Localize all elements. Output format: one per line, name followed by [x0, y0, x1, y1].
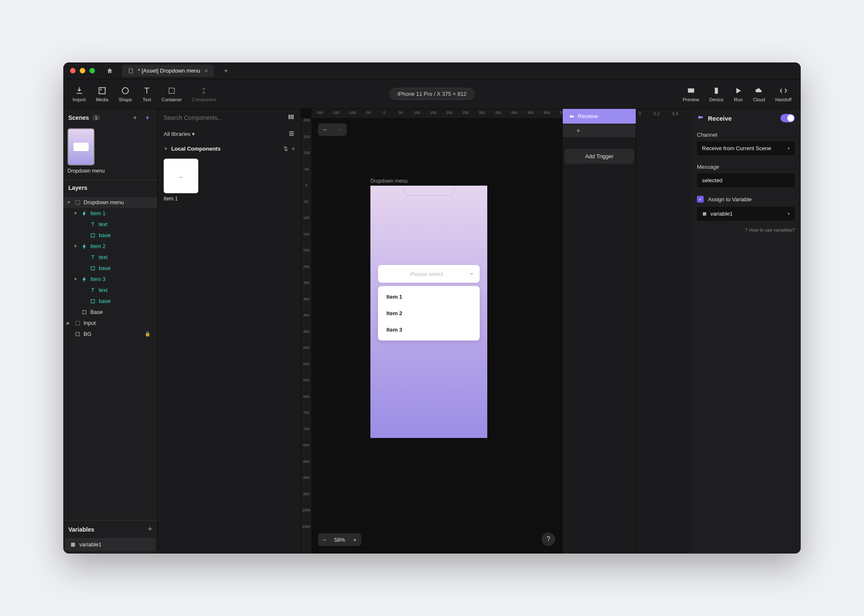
titlebar: * [Asset] Dropdown menu × + — [63, 62, 801, 79]
close-window-button[interactable] — [70, 68, 76, 73]
component-tool[interactable]: Component — [187, 84, 221, 104]
zoom-in-button[interactable]: + — [348, 533, 361, 546]
dropdown-list: Item 1 Item 2 Item 3 — [378, 286, 480, 340]
layer-bg[interactable]: BG🔒 — [63, 329, 157, 340]
variable-dropdown[interactable]: variable1 — [697, 207, 795, 221]
variable-row[interactable]: variable1 — [65, 538, 156, 551]
layer-item-1-text[interactable]: text — [63, 219, 157, 230]
artboard[interactable]: Please select... Item 1 Item 2 Item 3 — [370, 186, 487, 438]
svg-rect-5 — [688, 88, 694, 92]
device-notch — [404, 187, 454, 196]
message-input[interactable] — [697, 173, 795, 187]
layer-item-3[interactable]: ▼Item 3 — [63, 274, 157, 285]
handoff-button[interactable]: Handoff — [770, 84, 796, 104]
traffic-lights — [70, 68, 95, 73]
dropdown-item-2[interactable]: Item 2 — [378, 305, 480, 322]
layer-item-3-base[interactable]: base — [63, 296, 157, 307]
triggers-panel: Receive + Add Trigger — [563, 109, 636, 554]
svg-point-2 — [100, 89, 102, 90]
device-selector[interactable]: iPhone 11 Pro / X 375 × 812 — [389, 88, 475, 100]
text-tool[interactable]: Text — [137, 84, 157, 104]
dropdown-item-1[interactable]: Item 1 — [378, 289, 480, 305]
run-button[interactable]: Run — [729, 84, 748, 104]
layer-item-2-text[interactable]: text — [63, 252, 157, 263]
properties-panel: Receive Channel Receive from Current Sce… — [691, 109, 801, 554]
svg-rect-17 — [292, 115, 294, 119]
layer-item-3-text[interactable]: text — [63, 285, 157, 296]
add-trigger-button[interactable]: Add Trigger — [564, 149, 634, 164]
toolbar: Import Media Shape Text Container Compon… — [63, 79, 801, 109]
layer-dropdown-menu[interactable]: ▼Dropdown menu — [63, 197, 157, 208]
device-button[interactable]: Device — [704, 84, 729, 104]
svg-rect-9 — [91, 267, 94, 270]
receive-header-icon — [697, 114, 704, 122]
add-component-button[interactable]: + — [292, 146, 295, 152]
local-components-header: ▼ Local Components ⇅ + — [158, 141, 301, 156]
app-window: * [Asset] Dropdown menu × + Import Media… — [63, 62, 801, 554]
lock-icon: 🔒 — [145, 331, 151, 337]
nav-arrows: ← → — [318, 123, 347, 136]
left-panel: Scenes 1 + Dropdown menu Layers ▼Dropdow… — [63, 109, 158, 554]
layer-item-2[interactable]: ▼Item 2 — [63, 241, 157, 252]
scene-thumbnail[interactable] — [68, 128, 94, 165]
import-tool[interactable]: Import — [68, 84, 91, 104]
svg-rect-13 — [76, 332, 79, 336]
svg-rect-10 — [91, 300, 94, 303]
variables-help-link[interactable]: ?How to use variables? — [691, 225, 801, 235]
close-tab-button[interactable]: × — [204, 68, 208, 74]
receive-trigger-chip[interactable]: Receive — [563, 109, 636, 124]
dropdown-item-3[interactable]: Item 3 — [378, 322, 480, 338]
shape-tool[interactable]: Shape — [113, 84, 137, 104]
maximize-window-button[interactable] — [89, 68, 95, 73]
layer-item-1-base[interactable]: base — [63, 230, 157, 241]
layer-input[interactable]: ▶Input — [63, 318, 157, 329]
sort-icon[interactable]: ⇅ — [284, 146, 288, 152]
layer-item-1[interactable]: ▼Item 1 — [63, 208, 157, 219]
svg-rect-7 — [76, 200, 79, 204]
canvas[interactable]: -200-150-100-500501001502002503003504004… — [301, 109, 563, 554]
svg-rect-15 — [289, 115, 290, 119]
svg-rect-12 — [76, 321, 79, 325]
add-sub-action[interactable]: + — [563, 124, 636, 137]
receive-icon — [569, 113, 575, 119]
variables-header: Variables + — [63, 520, 157, 538]
component-thumbnail[interactable]: ... Item 1 — [164, 159, 295, 202]
help-button[interactable]: ? — [542, 532, 555, 546]
channel-dropdown[interactable]: Receive from Current Scene — [697, 141, 795, 155]
assign-variable-checkbox[interactable]: ✓ Assign to Variable — [691, 192, 801, 207]
scene-label: Dropdown menu — [68, 168, 153, 175]
scene-count-badge: 1 — [92, 115, 100, 121]
nav-back-button[interactable]: ← — [318, 123, 332, 136]
layers-header: Layers — [63, 180, 157, 195]
properties-header: Receive — [691, 109, 801, 127]
add-scene-button[interactable]: + — [130, 113, 140, 122]
scenes-header: Scenes 1 + — [63, 109, 157, 127]
library-selector[interactable]: All libraries ▾ — [158, 127, 301, 141]
zoom-value: 58% — [331, 537, 348, 543]
media-tool[interactable]: Media — [91, 84, 113, 104]
timeline-ruler: 0 0.2 0.4 — [636, 109, 691, 554]
svg-rect-20 — [289, 135, 294, 135]
preview-button[interactable]: Preview — [678, 84, 704, 104]
cloud-button[interactable]: Cloud — [748, 84, 770, 104]
toggle-view-icon[interactable] — [287, 113, 295, 122]
layer-base[interactable]: Base — [63, 307, 157, 318]
component-search-input[interactable] — [164, 114, 283, 121]
enable-toggle[interactable] — [780, 114, 795, 122]
layer-item-2-base[interactable]: base — [63, 263, 157, 274]
zoom-out-button[interactable]: − — [318, 533, 331, 546]
new-tab-button[interactable]: + — [221, 65, 232, 76]
list-view-icon[interactable] — [288, 130, 295, 138]
vertical-ruler: -200-150-100-500501001502002503003504004… — [301, 118, 311, 554]
add-variable-button[interactable]: + — [148, 525, 152, 534]
minimize-window-button[interactable] — [80, 68, 85, 73]
bolt-icon[interactable] — [143, 113, 152, 122]
dropdown-select[interactable]: Please select... — [378, 265, 480, 283]
container-tool[interactable]: Container — [157, 84, 187, 104]
zoom-control: − 58% + — [318, 533, 361, 546]
nav-forward-button[interactable]: → — [332, 123, 347, 136]
variable-icon — [70, 542, 76, 548]
artboard-label[interactable]: Dropdown menu — [370, 178, 408, 184]
document-tab[interactable]: * [Asset] Dropdown menu × — [122, 65, 214, 77]
home-button[interactable] — [104, 65, 115, 76]
